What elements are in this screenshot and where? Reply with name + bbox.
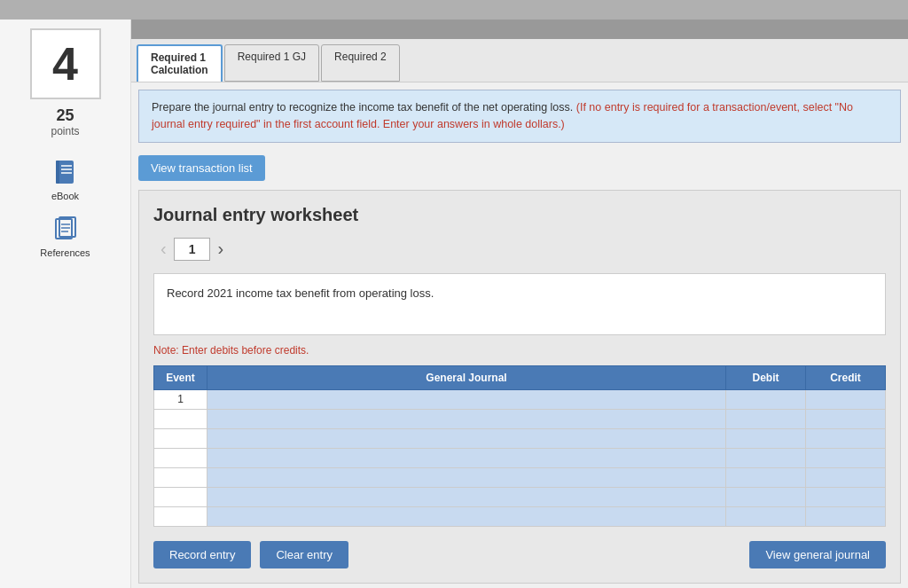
credit-input[interactable] xyxy=(806,430,885,446)
references-icon xyxy=(51,216,79,244)
ebook-label: eBook xyxy=(51,191,79,201)
table-row xyxy=(154,448,886,467)
event-cell xyxy=(154,467,207,487)
worksheet-title: Journal entry worksheet xyxy=(153,205,886,225)
credit-input-cell[interactable] xyxy=(806,428,886,448)
worksheet-container: Journal entry worksheet ‹ 1 › Record 202… xyxy=(138,190,901,584)
col-debit: Debit xyxy=(726,365,806,389)
entry-description: Record 2021 income tax benefit from oper… xyxy=(153,273,886,335)
gj-input-cell[interactable] xyxy=(207,448,726,467)
credit-input[interactable] xyxy=(806,469,885,485)
event-cell xyxy=(154,428,207,448)
table-row xyxy=(154,428,886,448)
gj-input-cell[interactable] xyxy=(207,409,726,428)
content-area: Required 1Calculation Required 1 GJ Requ… xyxy=(131,20,908,588)
tab-required2[interactable]: Required 2 xyxy=(321,44,400,82)
clear-entry-button[interactable]: Clear entry xyxy=(260,541,348,568)
debit-input-cell[interactable] xyxy=(726,506,806,526)
table-row xyxy=(154,506,886,526)
note-text: Note: Enter debits before credits. xyxy=(153,344,886,357)
svg-rect-5 xyxy=(56,219,72,239)
debit-input[interactable] xyxy=(726,450,805,466)
table-row xyxy=(154,467,886,487)
page-indicator: 1 xyxy=(174,238,211,261)
tabs-row: Required 1Calculation Required 1 GJ Requ… xyxy=(131,39,908,82)
gj-input-cell[interactable] xyxy=(207,428,726,448)
book-icon xyxy=(51,159,80,187)
col-credit: Credit xyxy=(806,365,886,389)
credit-input[interactable] xyxy=(806,489,885,505)
points-label: points xyxy=(51,125,79,137)
sidebar: 4 25 points eBook xyxy=(0,20,131,588)
gj-input[interactable] xyxy=(207,450,725,466)
debit-input-cell[interactable] xyxy=(726,448,806,467)
prev-page-button[interactable]: ‹ xyxy=(153,239,174,259)
event-cell xyxy=(154,487,207,506)
gj-input[interactable] xyxy=(207,391,725,407)
debit-input[interactable] xyxy=(726,391,805,407)
credit-input[interactable] xyxy=(806,391,885,407)
journal-table: Event General Journal Debit Credit 1 xyxy=(153,365,886,527)
debit-input[interactable] xyxy=(726,430,805,446)
col-event: Event xyxy=(154,365,207,389)
points-value: 25 xyxy=(56,106,74,125)
question-number: 4 xyxy=(30,28,101,99)
debit-input-cell[interactable] xyxy=(726,389,806,409)
debit-input[interactable] xyxy=(726,508,805,524)
instruction-box: Prepare the journal entry to recognize t… xyxy=(138,90,901,143)
event-cell xyxy=(154,448,207,467)
tab-required1-gj[interactable]: Required 1 GJ xyxy=(224,44,319,82)
credit-input-cell[interactable] xyxy=(806,467,886,487)
gj-input-cell[interactable] xyxy=(207,389,726,409)
view-transaction-button[interactable]: View transaction list xyxy=(138,155,265,181)
credit-input[interactable] xyxy=(806,508,885,524)
gj-input-cell[interactable] xyxy=(207,487,726,506)
header-bar xyxy=(131,20,908,39)
event-cell: 1 xyxy=(154,389,207,409)
event-cell xyxy=(154,409,207,428)
svg-rect-1 xyxy=(56,161,59,184)
gj-input[interactable] xyxy=(207,508,725,524)
credit-input-cell[interactable] xyxy=(806,409,886,428)
next-page-button[interactable]: › xyxy=(210,239,231,259)
debit-input[interactable] xyxy=(726,469,805,485)
credit-input-cell[interactable] xyxy=(806,506,886,526)
credit-input[interactable] xyxy=(806,411,885,427)
record-entry-button[interactable]: Record entry xyxy=(153,541,251,568)
action-buttons: Record entry Clear entry View general jo… xyxy=(153,541,886,568)
debit-input[interactable] xyxy=(726,411,805,427)
table-row: 1 xyxy=(154,389,886,409)
top-bar xyxy=(0,0,908,20)
gj-input[interactable] xyxy=(207,469,725,485)
instruction-main: Prepare the journal entry to recognize t… xyxy=(152,101,573,114)
gj-input[interactable] xyxy=(207,430,725,446)
references-label: References xyxy=(40,247,90,258)
credit-input-cell[interactable] xyxy=(806,448,886,467)
credit-input-cell[interactable] xyxy=(806,487,886,506)
ebook-button[interactable]: eBook xyxy=(51,159,80,201)
table-row xyxy=(154,487,886,506)
view-general-journal-button[interactable]: View general journal xyxy=(749,541,886,568)
debit-input-cell[interactable] xyxy=(726,428,806,448)
debit-input[interactable] xyxy=(726,489,805,505)
credit-input[interactable] xyxy=(806,450,885,466)
references-button[interactable]: References xyxy=(40,216,90,258)
gj-input-cell[interactable] xyxy=(207,506,726,526)
credit-input-cell[interactable] xyxy=(806,389,886,409)
col-general-journal: General Journal xyxy=(207,365,726,389)
nav-row: ‹ 1 › xyxy=(153,238,886,261)
tab-required1-calculation[interactable]: Required 1Calculation xyxy=(137,44,223,82)
gj-input-cell[interactable] xyxy=(207,467,726,487)
debit-input-cell[interactable] xyxy=(726,467,806,487)
table-row xyxy=(154,409,886,428)
svg-rect-6 xyxy=(59,217,75,237)
debit-input-cell[interactable] xyxy=(726,409,806,428)
event-cell xyxy=(154,506,207,526)
gj-input[interactable] xyxy=(207,489,725,505)
gj-input[interactable] xyxy=(207,411,725,427)
debit-input-cell[interactable] xyxy=(726,487,806,506)
